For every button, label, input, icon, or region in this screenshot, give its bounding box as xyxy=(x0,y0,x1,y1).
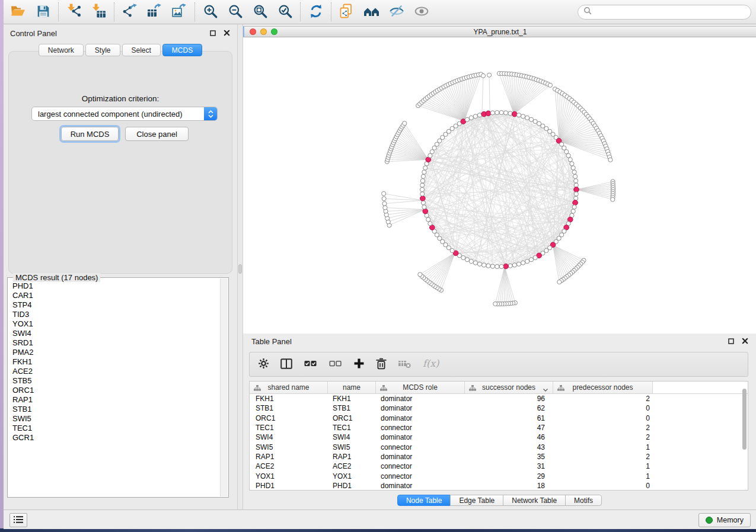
panel-splitter[interactable] xyxy=(237,24,243,509)
list-item[interactable]: SWI5 xyxy=(8,414,220,424)
minimize-window-button[interactable] xyxy=(260,28,267,35)
refresh-button[interactable] xyxy=(305,1,327,23)
cell-successor_nodes: 62 xyxy=(465,404,553,412)
columns-button[interactable] xyxy=(280,357,292,372)
cell-name: SWI4 xyxy=(328,433,376,441)
search-input[interactable] xyxy=(595,8,751,16)
toolbar-group xyxy=(119,1,190,23)
zoom-in-button[interactable] xyxy=(199,1,221,23)
splitter-grip[interactable] xyxy=(238,264,242,274)
open-folder-icon xyxy=(10,5,26,20)
toolbar-separator xyxy=(300,2,301,21)
open-folder-button[interactable] xyxy=(7,1,29,23)
float-panel-button[interactable] xyxy=(209,29,217,37)
list-item[interactable]: GCR1 xyxy=(8,433,220,443)
list-item[interactable]: CAR1 xyxy=(8,291,220,300)
tab-node-table[interactable]: Node Table xyxy=(397,495,451,506)
table-row[interactable]: FKH1FKH1dominator962 xyxy=(250,394,748,403)
delete-row-button[interactable] xyxy=(376,357,387,372)
close-panel-action-button[interactable]: Close panel xyxy=(125,127,189,141)
float-icon xyxy=(728,337,734,346)
export-table-button[interactable] xyxy=(143,1,165,23)
column-header-successor-nodes[interactable]: successor nodes xyxy=(465,382,553,393)
cell-name: TEC1 xyxy=(328,424,376,432)
add-row-button[interactable] xyxy=(353,357,365,372)
list-item[interactable]: SRD1 xyxy=(8,338,220,348)
toolbar-separator xyxy=(114,2,114,21)
toolbar-group xyxy=(305,1,327,23)
column-header-name[interactable]: name xyxy=(328,382,376,393)
memory-status-icon xyxy=(706,517,713,524)
table-scrollbar[interactable] xyxy=(742,389,747,450)
list-item[interactable]: PHD1 xyxy=(8,281,220,291)
hide-selected-button[interactable] xyxy=(385,1,407,23)
import-table-button[interactable] xyxy=(88,1,110,23)
search-box[interactable] xyxy=(578,5,751,20)
tab-motifs[interactable]: Motifs xyxy=(565,495,602,506)
clone-network-button[interactable] xyxy=(336,1,358,23)
close-panel-button[interactable] xyxy=(222,29,231,37)
task-history-button[interactable] xyxy=(9,513,27,527)
close-table-panel-button[interactable] xyxy=(741,337,749,345)
cell-successor_nodes: 31 xyxy=(465,462,553,470)
zoom-fit-button[interactable] xyxy=(249,1,271,23)
save-button[interactable] xyxy=(32,1,54,23)
list-item[interactable]: TEC1 xyxy=(8,424,220,433)
table-row[interactable]: SWI4SWI4dominator462 xyxy=(250,432,748,442)
export-network-button[interactable] xyxy=(119,1,141,23)
zoom-selected-button[interactable] xyxy=(274,1,296,23)
memory-button[interactable]: Memory xyxy=(698,513,751,527)
result-scrollbar[interactable] xyxy=(220,278,228,496)
show-all-button[interactable] xyxy=(410,1,432,23)
tab-select[interactable]: Select xyxy=(122,44,161,56)
list-item[interactable]: ORC1 xyxy=(8,386,220,395)
list-item[interactable]: STB1 xyxy=(8,405,220,414)
import-network-button[interactable] xyxy=(63,1,85,23)
network-window-titlebar[interactable]: YPA_prune.txt_1 xyxy=(243,26,756,37)
network-canvas[interactable] xyxy=(243,37,756,334)
search-icon xyxy=(583,7,592,17)
table-row[interactable]: PHD1PHD1dominator180 xyxy=(250,481,748,491)
tab-network-table[interactable]: Network Table xyxy=(503,495,566,506)
list-menu-icon xyxy=(13,515,24,525)
table-row[interactable]: STB1STB1dominator620 xyxy=(250,403,748,413)
criterion-dropdown[interactable]: largest connected component (undirected) xyxy=(31,107,218,121)
first-neighbors-button[interactable] xyxy=(361,1,382,23)
zoom-out-button[interactable] xyxy=(224,1,246,23)
table-row[interactable]: ORC1ORC1dominator610 xyxy=(250,414,748,423)
list-item[interactable]: ACE2 xyxy=(8,367,220,376)
cell-predecessor_nodes: 2 xyxy=(553,395,653,403)
list-item[interactable]: STB5 xyxy=(8,376,220,386)
table-row[interactable]: TEC1TEC1connector472 xyxy=(250,423,748,432)
list-item[interactable]: SWI4 xyxy=(8,329,220,338)
deselect-all-button[interactable] xyxy=(328,357,342,372)
close-window-button[interactable] xyxy=(250,28,256,35)
list-item[interactable]: RAP1 xyxy=(8,395,220,405)
table-row[interactable]: ACE2ACE2connector311 xyxy=(250,462,748,471)
tab-mcds[interactable]: MCDS xyxy=(162,44,202,56)
cell-mcds_role: dominator xyxy=(376,414,465,422)
list-item[interactable]: YOX1 xyxy=(8,319,220,329)
tab-network[interactable]: Network xyxy=(39,44,84,56)
tab-style[interactable]: Style xyxy=(85,44,120,56)
export-image-button[interactable] xyxy=(168,1,190,23)
svg-text:f(x): f(x) xyxy=(423,358,439,369)
maximize-window-button[interactable] xyxy=(271,28,277,35)
list-item[interactable]: TID3 xyxy=(8,310,220,319)
hide-selected-icon xyxy=(389,5,404,20)
float-table-panel-button[interactable] xyxy=(727,337,735,345)
column-header-shared-name[interactable]: shared name xyxy=(250,382,328,393)
gear-button[interactable] xyxy=(258,357,269,372)
run-mcds-button[interactable]: Run MCDS xyxy=(61,127,119,141)
list-item[interactable]: PMA2 xyxy=(8,348,220,357)
select-all-button[interactable] xyxy=(304,357,317,372)
tab-edge-table[interactable]: Edge Table xyxy=(450,495,503,506)
list-item[interactable]: STP4 xyxy=(8,300,220,310)
table-row[interactable]: YOX1YOX1connector291 xyxy=(250,471,748,480)
column-header-predecessor-nodes[interactable]: predecessor nodes xyxy=(553,382,653,393)
cell-successor_nodes: 61 xyxy=(465,414,553,422)
table-row[interactable]: SWI5SWI5connector431 xyxy=(250,442,748,451)
table-row[interactable]: RAP1RAP1dominator352 xyxy=(250,452,748,462)
column-header-MCDS-role[interactable]: MCDS role xyxy=(376,382,465,393)
list-item[interactable]: FKH1 xyxy=(8,357,220,367)
